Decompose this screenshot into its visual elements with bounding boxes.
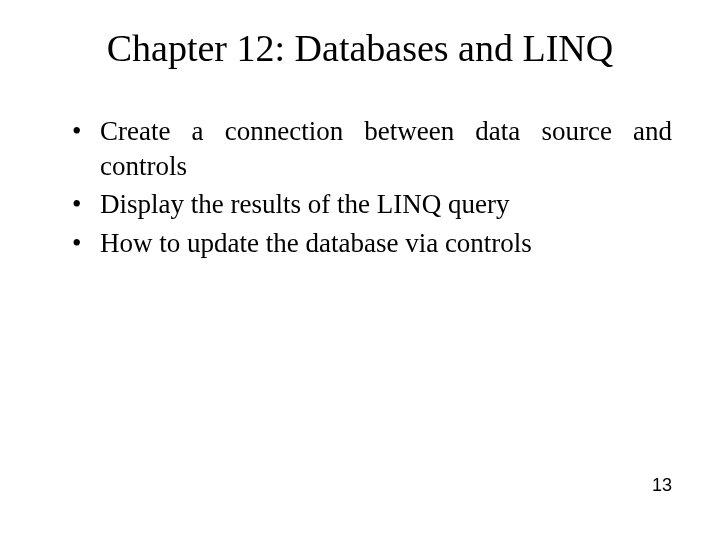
slide-title: Chapter 12: Databases and LINQ (48, 26, 672, 70)
slide: Chapter 12: Databases and LINQ Create a … (0, 0, 720, 540)
bullet-item: Display the results of the LINQ query (72, 187, 672, 222)
bullet-item: Create a connection between data source … (72, 114, 672, 183)
bullet-list: Create a connection between data source … (48, 114, 672, 260)
bullet-item: How to update the database via controls (72, 226, 672, 261)
page-number: 13 (652, 475, 672, 496)
